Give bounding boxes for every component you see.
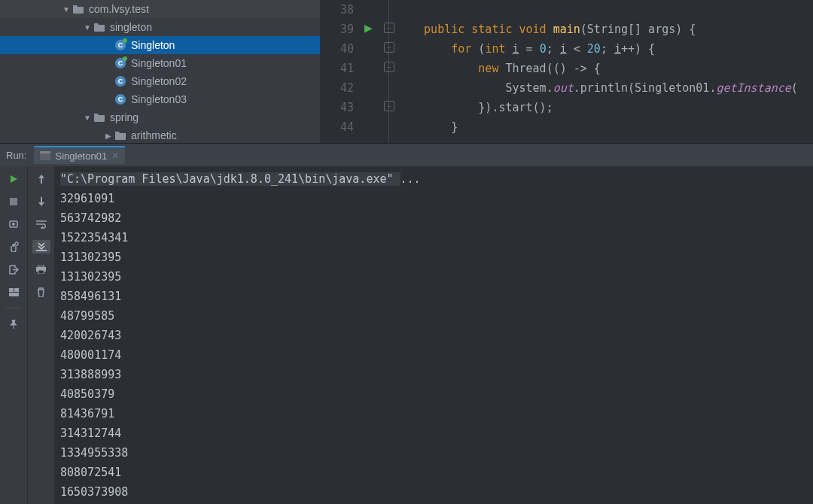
folder-icon xyxy=(114,129,126,141)
svg-rect-7 xyxy=(9,288,14,292)
tree-class-singleton02[interactable]: C Singleton02 xyxy=(0,72,320,90)
stop-button[interactable] xyxy=(5,195,23,208)
divider xyxy=(5,308,22,308)
run-panel-label: Run: xyxy=(6,150,26,161)
rerun-button[interactable] xyxy=(5,172,23,186)
dump-threads-button[interactable] xyxy=(5,217,23,231)
up-stacktrace-button[interactable] xyxy=(32,172,50,186)
line-gutter: 38394041424344 xyxy=(320,0,361,143)
fold-icon[interactable]: − xyxy=(384,101,394,111)
project-tree[interactable]: ▼ com.lvsy.test ▼ singleton C Singleton … xyxy=(0,0,320,143)
run-toolbar-left xyxy=(0,166,27,504)
svg-point-4 xyxy=(12,223,15,226)
class-icon: C xyxy=(114,57,126,69)
tree-class-singleton03[interactable]: C Singleton03 xyxy=(0,90,320,108)
tree-class-singleton01[interactable]: C Singleton01 xyxy=(0,54,320,72)
chevron-down-icon: ▼ xyxy=(62,5,71,14)
tree-folder-singleton[interactable]: ▼ singleton xyxy=(0,18,320,36)
chevron-down-icon: ▼ xyxy=(83,23,92,32)
tree-label: com.lvsy.test xyxy=(89,3,149,15)
down-stacktrace-button[interactable] xyxy=(32,195,50,208)
debug-button[interactable] xyxy=(5,240,23,254)
print-button[interactable] xyxy=(32,263,50,276)
console-output[interactable]: "C:\Program Files\Java\jdk1.8.0_241\bin\… xyxy=(54,166,813,504)
class-icon: C xyxy=(114,93,126,105)
soft-wrap-button[interactable] xyxy=(32,217,50,231)
tree-folder-spring[interactable]: ▼ spring xyxy=(0,108,320,126)
code-content[interactable]: public static void main(String[] args) {… xyxy=(397,0,813,143)
run-panel: Run: Singleton01 ✕ "C:\Prog xyxy=(0,143,813,504)
tree-label: arithmetic xyxy=(131,129,177,141)
svg-rect-1 xyxy=(40,151,50,153)
chevron-right-icon: ▶ xyxy=(104,131,113,140)
tree-label: Singleton01 xyxy=(131,57,187,69)
fold-icon[interactable]: − xyxy=(384,23,394,33)
pin-button[interactable] xyxy=(5,317,23,331)
fold-column: − − − − xyxy=(384,0,397,143)
application-icon xyxy=(40,151,50,160)
scroll-to-end-button[interactable] xyxy=(32,240,50,254)
fold-icon[interactable]: − xyxy=(384,42,394,53)
class-icon: C xyxy=(114,75,126,87)
svg-rect-9 xyxy=(9,293,19,296)
tree-folder-arithmetic[interactable]: ▶ arithmetic xyxy=(0,126,320,143)
layout-button[interactable] xyxy=(5,285,23,299)
tree-label: spring xyxy=(110,111,139,123)
tree-package[interactable]: ▼ com.lvsy.test xyxy=(0,0,320,18)
run-tab[interactable]: Singleton01 ✕ xyxy=(34,146,125,164)
exit-button[interactable] xyxy=(5,263,23,276)
tree-class-singleton[interactable]: C Singleton xyxy=(0,36,320,54)
tree-label: Singleton xyxy=(131,39,175,51)
svg-point-6 xyxy=(15,242,18,245)
svg-rect-10 xyxy=(38,265,44,267)
clear-all-button[interactable] xyxy=(32,285,50,299)
svg-rect-2 xyxy=(10,198,17,205)
run-tab-label: Singleton01 xyxy=(55,150,107,162)
tree-label: Singleton03 xyxy=(131,93,187,105)
code-editor[interactable]: 38394041424344 ▶ − − − − public static v… xyxy=(320,0,813,143)
package-icon xyxy=(72,3,84,15)
close-icon[interactable]: ✕ xyxy=(111,150,119,161)
fold-icon[interactable]: − xyxy=(384,62,394,72)
run-tabbar: Run: Singleton01 ✕ xyxy=(0,144,813,166)
tree-label: Singleton02 xyxy=(131,75,187,87)
svg-rect-8 xyxy=(14,288,19,292)
class-icon: C xyxy=(114,39,126,51)
tree-label: singleton xyxy=(110,21,152,33)
run-toolbar-left2 xyxy=(27,166,54,504)
svg-point-5 xyxy=(12,244,15,247)
svg-rect-12 xyxy=(38,270,44,274)
gutter-icons: ▶ xyxy=(361,0,384,143)
chevron-down-icon: ▼ xyxy=(83,113,92,122)
folder-icon xyxy=(93,111,105,123)
run-gutter-icon[interactable]: ▶ xyxy=(364,22,373,34)
folder-icon xyxy=(93,21,105,33)
